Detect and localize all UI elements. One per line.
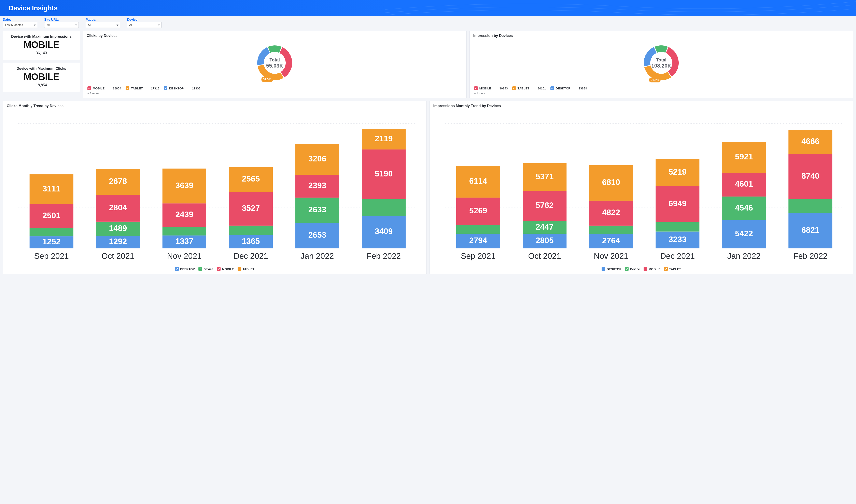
svg-text:2439: 2439 <box>175 210 193 219</box>
kpi-value: MOBILE <box>6 72 77 81</box>
svg-text:1489: 1489 <box>109 224 127 233</box>
svg-text:Oct 2021: Oct 2021 <box>528 252 561 260</box>
svg-text:6821: 6821 <box>801 226 819 234</box>
svg-text:4601: 4601 <box>735 179 753 188</box>
legend-item[interactable]: MOBILE <box>217 267 234 271</box>
legend-item[interactable]: DESKTOP <box>602 267 621 271</box>
impressions-donut-chart[interactable]: 31.5% Total 108.20K <box>633 42 690 84</box>
filter-pages: Pages: All <box>86 18 120 28</box>
svg-text:2447: 2447 <box>535 222 553 231</box>
legend-item[interactable]: DESKTOP <box>550 86 570 90</box>
legend-value: 18854 <box>109 87 121 90</box>
legend-name: TABLET <box>518 87 529 90</box>
filter-date: Date: Last 6 Months <box>3 18 37 28</box>
date-select[interactable]: Last 6 Months <box>3 22 37 28</box>
svg-text:8740: 8740 <box>801 172 819 180</box>
svg-text:5422: 5422 <box>735 229 753 238</box>
svg-text:3639: 3639 <box>175 181 193 190</box>
svg-text:5921: 5921 <box>735 152 753 161</box>
svg-text:2633: 2633 <box>308 205 326 214</box>
legend-value: 36143 <box>496 87 508 90</box>
legend-item[interactable]: MOBILE <box>87 86 105 90</box>
legend-swatch-icon <box>512 86 516 90</box>
impressions-trend-chart[interactable]: 279452696114Sep 20212805244757625371Oct … <box>430 112 853 266</box>
svg-text:3527: 3527 <box>242 204 260 213</box>
filter-device: Device: All <box>127 18 161 28</box>
legend-name: Device <box>203 267 213 271</box>
legend-more-link[interactable]: + 1 more... <box>83 91 466 98</box>
legend-name: MOBILE <box>222 267 234 271</box>
kpi-max-clicks-card: Device with Maximum Clicks MOBILE 18,854 <box>3 63 80 92</box>
svg-text:3206: 3206 <box>308 154 326 163</box>
svg-rect-62 <box>456 225 500 234</box>
svg-text:2119: 2119 <box>375 134 393 143</box>
legend-item[interactable]: MOBILE <box>474 86 491 90</box>
legend-item[interactable]: TABLET <box>664 267 681 271</box>
legend-item[interactable]: DESKTOP <box>164 86 184 90</box>
svg-text:4546: 4546 <box>735 203 753 212</box>
svg-text:3409: 3409 <box>375 227 393 236</box>
svg-text:5762: 5762 <box>535 201 553 210</box>
legend-swatch-icon <box>198 267 202 271</box>
kpi-subvalue: 36,143 <box>6 51 77 55</box>
legend-name: MOBILE <box>649 267 660 271</box>
legend-item[interactable]: DESKTOP <box>175 267 195 271</box>
legend-item[interactable]: Device <box>198 267 213 271</box>
legend-more-link[interactable]: + 1 more... <box>470 91 853 98</box>
legend-item[interactable]: TABLET <box>126 86 143 90</box>
header-wave-icon <box>385 0 856 16</box>
legend-value: 23839 <box>575 87 587 90</box>
page-title: Device Insights <box>8 4 58 12</box>
legend-swatch-icon <box>474 86 478 90</box>
legend-item[interactable]: Device <box>625 267 640 271</box>
clicks-trend-chart[interactable]: 125225013111Sep 20211292148928042678Oct … <box>3 112 427 266</box>
site-url-select[interactable]: All <box>44 22 79 28</box>
clicks-donut-chart[interactable]: 31.5% Total 55.03K <box>246 42 303 84</box>
svg-text:6949: 6949 <box>668 199 686 208</box>
svg-rect-51 <box>362 199 406 216</box>
legend-swatch-icon <box>550 86 554 90</box>
legend-item[interactable]: TABLET <box>512 86 529 90</box>
svg-text:6114: 6114 <box>469 177 487 185</box>
legend-name: MOBILE <box>93 87 105 90</box>
svg-text:2393: 2393 <box>308 181 326 190</box>
legend-name: DESKTOP <box>180 267 195 271</box>
card-title: Clicks by Devices <box>83 31 466 40</box>
legend-swatch-icon <box>237 267 241 271</box>
svg-text:4822: 4822 <box>602 208 620 217</box>
pages-select[interactable]: All <box>86 22 120 28</box>
filter-label: Device: <box>127 18 161 21</box>
legend-swatch-icon <box>126 86 129 90</box>
legend-item[interactable]: TABLET <box>237 267 254 271</box>
svg-text:Jan 2022: Jan 2022 <box>727 252 761 260</box>
filter-label: Date: <box>3 18 37 21</box>
clicks-trend-legend: DESKTOP Device MOBILE TABLET <box>3 266 427 274</box>
svg-text:Sep 2021: Sep 2021 <box>34 252 69 260</box>
svg-text:3111: 3111 <box>42 184 60 193</box>
svg-text:4666: 4666 <box>801 137 819 146</box>
legend-name: DESKTOP <box>556 87 570 90</box>
card-title: Clicks Monthly Trend by Devices <box>3 101 427 110</box>
svg-rect-79 <box>589 226 633 234</box>
svg-text:31.5%: 31.5% <box>651 78 659 82</box>
svg-text:1292: 1292 <box>109 237 127 246</box>
filter-label: Site URL: <box>44 18 79 21</box>
legend-value: 17318 <box>147 87 159 90</box>
svg-text:2678: 2678 <box>109 177 127 185</box>
svg-text:2764: 2764 <box>602 236 620 245</box>
svg-text:Jan 2022: Jan 2022 <box>301 252 334 260</box>
legend-swatch-icon <box>664 267 668 271</box>
svg-text:5219: 5219 <box>668 167 686 176</box>
legend-swatch-icon <box>217 267 220 271</box>
device-select[interactable]: All <box>127 22 161 28</box>
svg-text:Dec 2021: Dec 2021 <box>660 252 695 260</box>
legend-swatch-icon <box>644 267 647 271</box>
svg-text:Feb 2022: Feb 2022 <box>793 252 827 260</box>
svg-rect-9 <box>30 228 73 236</box>
svg-text:Oct 2021: Oct 2021 <box>102 252 134 260</box>
svg-text:2501: 2501 <box>42 211 60 220</box>
legend-value: 34101 <box>534 87 546 90</box>
legend-item[interactable]: MOBILE <box>644 267 660 271</box>
legend-swatch-icon <box>175 267 179 271</box>
card-title: Impressions Monthly Trend by Devices <box>430 101 853 110</box>
